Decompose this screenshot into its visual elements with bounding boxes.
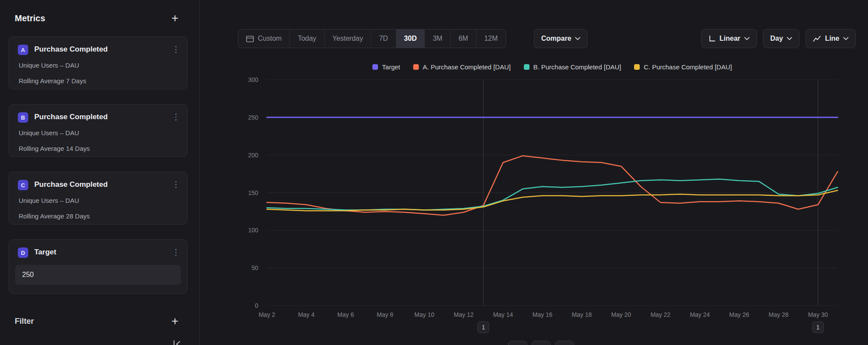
sidebar: Metrics + A Purchase Completed ⋮ Unique … <box>0 0 200 345</box>
metric-transform: Rolling Average 28 Days <box>19 212 90 220</box>
y-tick-label: 100 <box>248 227 259 234</box>
x-tick-label: May 10 <box>414 311 434 318</box>
metric-measure: Unique Users – DAU <box>19 129 79 137</box>
bottom-toolbar <box>508 341 574 345</box>
x-tick-label: May 8 <box>377 311 393 318</box>
metric-measure: Unique Users – DAU <box>19 197 79 204</box>
granularity-label: Day <box>770 35 783 42</box>
x-tick-label: May 4 <box>298 311 315 318</box>
x-tick-label: May 30 <box>808 311 828 318</box>
bottom-toolbar-button-2[interactable] <box>532 341 551 345</box>
filter-header: Filter + <box>0 313 199 329</box>
metrics-header: Metrics + <box>0 10 199 26</box>
x-tick-label: May 6 <box>337 311 354 318</box>
target-value-input[interactable]: 250 <box>15 265 181 285</box>
legend-item-b[interactable]: B. Purchase Completed [DAU] <box>524 63 621 71</box>
bottom-toolbar-button-1[interactable] <box>508 341 527 345</box>
y-tick-label: 200 <box>248 152 259 159</box>
scale-label: Linear <box>720 35 740 42</box>
x-tick-label: May 14 <box>493 311 513 318</box>
chart-legend: Target A. Purchase Completed [DAU] B. Pu… <box>267 63 838 71</box>
date-range-segmented-control: Custom Today Yesterday 7D 30D 3M 6M 12M <box>238 29 506 48</box>
chart-type-select-button[interactable]: Line <box>806 29 856 48</box>
legend-swatch-target <box>372 64 378 70</box>
chart-type-label: Line <box>825 35 839 42</box>
x-tick-label: May 18 <box>572 311 592 318</box>
range-3m[interactable]: 3M <box>425 29 450 48</box>
legend-label: C. Purchase Completed [DAU] <box>644 63 732 71</box>
x-tick-label: May 22 <box>651 311 671 318</box>
collapse-sidebar-button[interactable] <box>172 339 182 345</box>
compare-label: Compare <box>541 35 571 42</box>
add-filter-button[interactable]: + <box>171 316 178 327</box>
legend-item-a[interactable]: A. Purchase Completed [DAU] <box>413 63 511 71</box>
legend-swatch-a <box>413 64 419 70</box>
annotation-badge-label: 1 <box>816 324 820 331</box>
legend-label: Target <box>382 63 400 71</box>
y-tick-label: 50 <box>251 264 258 271</box>
metric-transform: Rolling Average 14 Days <box>19 145 90 152</box>
x-tick-label: May 24 <box>690 311 710 318</box>
y-tick-label: 250 <box>248 114 259 121</box>
line-chart-icon <box>813 36 821 42</box>
metric-card-c[interactable]: C Purchase Completed ⋮ Unique Users – DA… <box>9 172 187 225</box>
analytics-dashboard: { "icons": { "plus": "+", "kebab": "\u22… <box>0 0 868 345</box>
metric-badge-c: C <box>18 180 28 190</box>
y-tick-label: 0 <box>255 302 258 309</box>
metric-measure: Unique Users – DAU <box>19 62 79 69</box>
legend-label: B. Purchase Completed [DAU] <box>533 63 621 71</box>
compare-button[interactable]: Compare <box>534 29 588 48</box>
line-chart[interactable]: 05010015020025030011May 2May 4May 6May 8… <box>200 74 868 345</box>
granularity-select-button[interactable]: Day <box>763 29 799 48</box>
calendar-icon <box>246 35 254 42</box>
x-tick-label: May 20 <box>611 311 631 318</box>
metric-title: Purchase Completed <box>34 180 108 189</box>
chart-controls: Linear Day Line <box>701 29 856 48</box>
x-tick-label: May 12 <box>454 311 473 318</box>
filter-title: Filter <box>15 317 34 326</box>
range-label: Custom <box>258 35 282 42</box>
x-tick-label: May 16 <box>533 311 552 318</box>
metric-card-b[interactable]: B Purchase Completed ⋮ Unique Users – DA… <box>9 104 187 157</box>
x-tick-label: May 2 <box>259 311 275 318</box>
chevron-down-icon <box>843 37 848 40</box>
kebab-menu-icon[interactable]: ⋮ <box>172 111 180 123</box>
x-tick-label: May 28 <box>769 311 789 318</box>
range-today[interactable]: Today <box>290 29 325 48</box>
kebab-menu-icon[interactable]: ⋮ <box>172 44 180 55</box>
range-12m[interactable]: 12M <box>477 29 506 48</box>
scale-select-button[interactable]: Linear <box>701 29 757 48</box>
legend-swatch-c <box>634 64 640 70</box>
range-7d[interactable]: 7D <box>371 29 396 48</box>
kebab-menu-icon[interactable]: ⋮ <box>172 247 180 258</box>
kebab-menu-icon[interactable]: ⋮ <box>172 179 180 191</box>
metric-title: Purchase Completed <box>34 113 108 121</box>
range-6m[interactable]: 6M <box>450 29 476 48</box>
range-30d-active[interactable]: 30D <box>396 29 425 48</box>
y-tick-label: 300 <box>248 76 259 83</box>
range-custom[interactable]: Custom <box>238 29 290 48</box>
metric-badge-d: D <box>18 247 28 258</box>
metrics-title: Metrics <box>15 13 45 23</box>
x-tick-label: May 26 <box>729 311 749 318</box>
series-line-3[interactable] <box>267 190 838 211</box>
legend-swatch-b <box>524 64 529 70</box>
annotation-badge-label: 1 <box>482 324 485 331</box>
target-card[interactable]: D Target ⋮ 250 <box>9 239 187 294</box>
collapse-left-icon <box>172 339 182 345</box>
chevron-down-icon <box>575 37 580 40</box>
bottom-toolbar-button-3[interactable] <box>555 341 574 345</box>
metric-badge-b: B <box>18 112 28 123</box>
range-yesterday[interactable]: Yesterday <box>325 29 372 48</box>
y-tick-label: 150 <box>248 189 259 196</box>
legend-label: A. Purchase Completed [DAU] <box>423 63 511 71</box>
series-line-1[interactable] <box>267 156 838 215</box>
chevron-down-icon <box>744 37 750 40</box>
target-title: Target <box>34 248 56 257</box>
legend-item-target[interactable]: Target <box>372 63 400 71</box>
legend-item-c[interactable]: C. Purchase Completed [DAU] <box>634 63 732 71</box>
metric-badge-a: A <box>18 45 28 55</box>
metric-transform: Rolling Average 7 Days <box>19 77 86 85</box>
metric-card-a[interactable]: A Purchase Completed ⋮ Unique Users – DA… <box>9 36 187 89</box>
add-metric-button[interactable]: + <box>171 13 178 24</box>
